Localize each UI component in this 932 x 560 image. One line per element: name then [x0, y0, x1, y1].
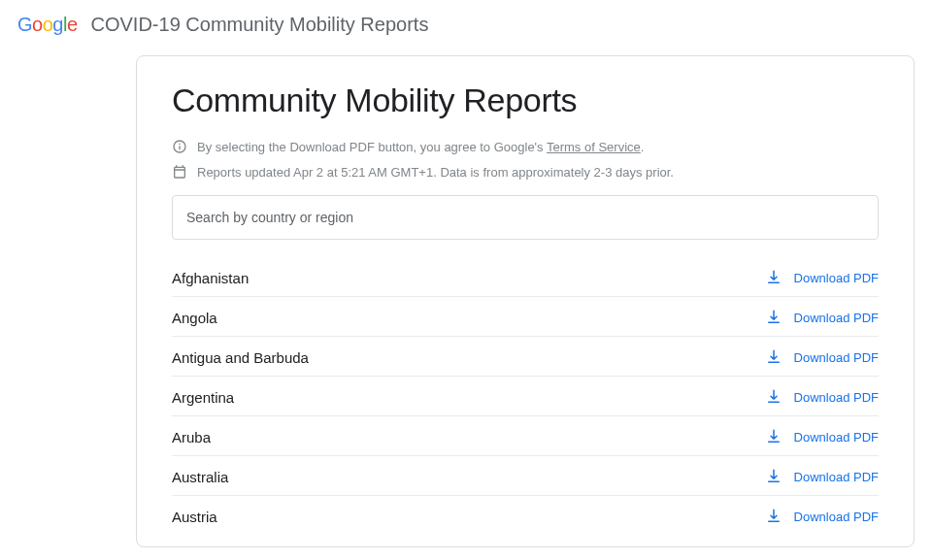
- country-row: AngolaDownload PDF: [172, 297, 879, 337]
- download-icon: [765, 468, 782, 485]
- download-pdf-label: Download PDF: [794, 390, 879, 405]
- app-title: COVID-19 Community Mobility Reports: [91, 14, 429, 36]
- disclaimer-text: By selecting the Download PDF button, yo…: [197, 140, 644, 154]
- download-pdf-label: Download PDF: [794, 470, 879, 484]
- download-pdf-link[interactable]: Download PDF: [765, 428, 879, 445]
- download-icon: [765, 348, 782, 366]
- search-input[interactable]: [172, 195, 879, 240]
- country-row: AustraliaDownload PDF: [172, 456, 879, 496]
- download-icon: [765, 388, 782, 406]
- country-list: AfghanistanDownload PDFAngolaDownload PD…: [172, 257, 879, 535]
- country-row: AustriaDownload PDF: [172, 496, 879, 535]
- country-name: Aruba: [172, 429, 211, 445]
- country-name: Antigua and Barbuda: [172, 349, 309, 366]
- calendar-icon: [172, 164, 187, 180]
- country-name: Argentina: [172, 389, 234, 406]
- download-icon: [765, 269, 782, 286]
- download-pdf-link[interactable]: Download PDF: [765, 269, 879, 286]
- download-pdf-label: Download PDF: [794, 311, 879, 325]
- download-icon: [765, 428, 782, 445]
- page-title: Community Mobility Reports: [172, 82, 879, 119]
- download-pdf-label: Download PDF: [794, 271, 879, 285]
- updated-text: Reports updated Apr 2 at 5:21 AM GMT+1. …: [197, 165, 674, 180]
- search-box: [172, 195, 879, 240]
- download-icon: [765, 309, 782, 326]
- download-pdf-link[interactable]: Download PDF: [765, 508, 879, 525]
- country-name: Austria: [172, 509, 217, 525]
- terms-link[interactable]: Terms of Service: [547, 140, 641, 154]
- updated-row: Reports updated Apr 2 at 5:21 AM GMT+1. …: [172, 164, 879, 180]
- country-name: Afghanistan: [172, 270, 249, 286]
- main-card: Community Mobility Reports By selecting …: [136, 55, 915, 547]
- download-pdf-link[interactable]: Download PDF: [765, 309, 879, 326]
- download-icon: [765, 508, 782, 525]
- download-pdf-label: Download PDF: [794, 350, 879, 365]
- country-row: Antigua and BarbudaDownload PDF: [172, 337, 879, 377]
- info-icon: [172, 139, 187, 154]
- country-row: AfghanistanDownload PDF: [172, 257, 879, 297]
- disclaimer-row: By selecting the Download PDF button, yo…: [172, 139, 879, 154]
- page-header: Google COVID-19 Community Mobility Repor…: [0, 0, 932, 49]
- country-row: ArgentinaDownload PDF: [172, 377, 879, 416]
- country-name: Australia: [172, 469, 228, 485]
- download-pdf-link[interactable]: Download PDF: [765, 348, 879, 366]
- download-pdf-link[interactable]: Download PDF: [765, 468, 879, 485]
- download-pdf-label: Download PDF: [794, 510, 879, 524]
- country-name: Angola: [172, 310, 217, 326]
- download-pdf-link[interactable]: Download PDF: [765, 388, 879, 406]
- country-row: ArubaDownload PDF: [172, 416, 879, 456]
- google-logo: Google: [17, 14, 78, 36]
- download-pdf-label: Download PDF: [794, 430, 879, 445]
